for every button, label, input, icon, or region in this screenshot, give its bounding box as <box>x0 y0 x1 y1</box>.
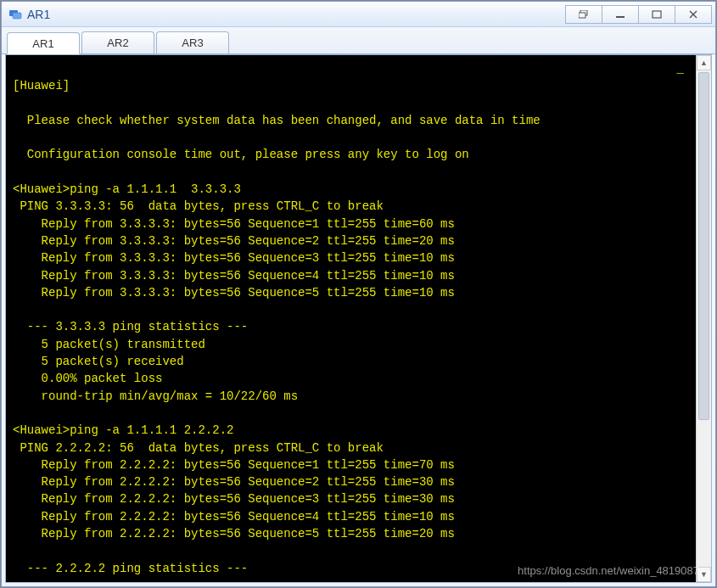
tab-ar2[interactable]: AR2 <box>81 31 154 53</box>
chevron-down-icon: ▼ <box>700 570 708 579</box>
tab-label: AR3 <box>182 36 203 49</box>
terminal-line: Reply from 3.3.3.3: bytes=56 Sequence=1 … <box>13 216 689 232</box>
terminal-line: Reply from 3.3.3.3: bytes=56 Sequence=5 … <box>13 284 689 301</box>
terminal-line <box>13 129 689 146</box>
terminal-line <box>13 95 689 112</box>
terminal-line: Reply from 3.3.3.3: bytes=56 Sequence=3 … <box>13 249 689 266</box>
app-icon <box>8 8 22 21</box>
terminal-line <box>13 301 689 318</box>
tab-label: AR2 <box>107 36 128 49</box>
terminal-line: Reply from 3.3.3.3: bytes=56 Sequence=4 … <box>13 267 689 284</box>
terminal-line: _ <box>13 60 689 77</box>
scroll-track[interactable] <box>697 70 711 567</box>
vertical-scrollbar[interactable]: ▲ ▼ <box>696 55 711 582</box>
terminal-line: Reply from 2.2.2.2: bytes=56 Sequence=3 … <box>13 490 689 507</box>
restore-down-button[interactable] <box>565 5 602 24</box>
terminal-line <box>13 164 689 181</box>
terminal-line: <Huawei>ping -a 1.1.1.1 2.2.2.2 <box>13 422 689 439</box>
terminal-line: 5 packet(s) transmitted <box>13 336 689 353</box>
terminal[interactable]: _[Huawei] Please check whether system da… <box>6 55 696 582</box>
terminal-line: Reply from 2.2.2.2: bytes=56 Sequence=5 … <box>13 525 689 542</box>
window-title: AR1 <box>27 8 566 21</box>
terminal-line: <Huawei>ping -a 1.1.1.1 3.3.3.3 <box>13 181 689 198</box>
chevron-up-icon: ▲ <box>700 59 708 67</box>
tab-label: AR1 <box>32 37 53 50</box>
terminal-line: --- 3.3.3.3 ping statistics --- <box>13 318 689 335</box>
terminal-line: PING 2.2.2.2: 56 data bytes, press CTRL_… <box>13 440 689 456</box>
terminal-line <box>13 405 689 422</box>
titlebar: AR1 <box>2 2 715 27</box>
terminal-line: round-trip min/avg/max = 10/22/60 ms <box>13 388 689 405</box>
scroll-down-button[interactable]: ▼ <box>697 567 711 582</box>
terminal-line: PING 3.3.3.3: 56 data bytes, press CTRL_… <box>13 198 689 215</box>
terminal-container: _[Huawei] Please check whether system da… <box>5 54 712 583</box>
terminal-line: Please check whether system data has bee… <box>13 112 689 129</box>
app-window: AR1 AR1 AR2 AR3 _[Huawei] Please check w… <box>1 1 716 587</box>
svg-rect-3 <box>579 13 585 18</box>
maximize-button[interactable] <box>638 5 675 24</box>
terminal-line <box>13 542 689 559</box>
svg-rect-5 <box>653 11 661 18</box>
scroll-up-button[interactable]: ▲ <box>697 55 711 70</box>
scroll-thumb[interactable] <box>698 72 709 420</box>
terminal-line: 5 packet(s) received <box>13 353 689 370</box>
svg-rect-1 <box>13 13 21 19</box>
tabbar: AR1 AR2 AR3 <box>2 27 715 54</box>
terminal-line: [Huawei] <box>13 77 689 94</box>
window-buttons <box>566 5 712 24</box>
terminal-line: Reply from 2.2.2.2: bytes=56 Sequence=4 … <box>13 508 689 525</box>
minimize-button[interactable] <box>602 5 639 24</box>
tab-ar3[interactable]: AR3 <box>156 31 229 53</box>
terminal-line: Reply from 3.3.3.3: bytes=56 Sequence=2 … <box>13 232 689 249</box>
terminal-line: Reply from 2.2.2.2: bytes=56 Sequence=2 … <box>13 473 689 490</box>
tab-ar1[interactable]: AR1 <box>7 32 80 54</box>
terminal-line: Configuration console time out, please p… <box>13 146 689 163</box>
terminal-line: --- 2.2.2.2 ping statistics --- <box>13 560 689 577</box>
terminal-line: Reply from 2.2.2.2: bytes=56 Sequence=1 … <box>13 456 689 473</box>
terminal-line: 0.00% packet loss <box>13 370 689 387</box>
close-button[interactable] <box>675 5 712 24</box>
